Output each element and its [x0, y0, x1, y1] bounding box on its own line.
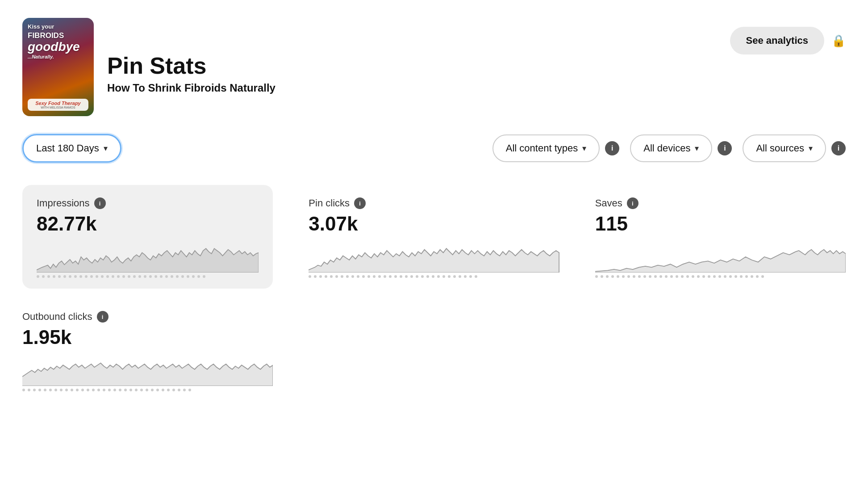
- page-subtitle: How To Shrink Fibroids Naturally: [107, 82, 275, 94]
- pin-clicks-sparkline: [309, 241, 559, 273]
- outbound-clicks-value: 1.95k: [22, 326, 273, 348]
- pin-clicks-card: Pin clicks i 3.07k: [309, 185, 559, 289]
- chevron-down-icon: ▾: [104, 143, 108, 153]
- content-types-label: All content types: [506, 143, 578, 154]
- content-types-filter[interactable]: All content types ▾: [492, 134, 600, 162]
- outbound-clicks-card: Outbound clicks i 1.95k: [22, 311, 273, 391]
- sources-info-icon[interactable]: i: [831, 141, 846, 155]
- devices-label: All devices: [643, 143, 690, 154]
- header-left: Kiss yourFIBROIDSgoodbye...Naturally. Se…: [22, 18, 275, 116]
- pin-clicks-value: 3.07k: [309, 213, 559, 235]
- devices-filter[interactable]: All devices ▾: [630, 134, 712, 162]
- pin-thumbnail: Kiss yourFIBROIDSgoodbye...Naturally. Se…: [22, 18, 94, 116]
- date-range-filter[interactable]: Last 180 Days ▾: [22, 134, 121, 163]
- stats-grid: Impressions i 82.77k Pin clicks i: [22, 185, 846, 289]
- header-right: See analytics 🔒: [730, 18, 846, 55]
- pin-image-text: Kiss yourFIBROIDSgoodbye...Naturally.: [28, 23, 88, 61]
- pin-clicks-info-icon[interactable]: i: [354, 197, 366, 209]
- saves-card: Saves i 115: [595, 185, 846, 289]
- page-header: Kiss yourFIBROIDSgoodbye...Naturally. Se…: [22, 18, 846, 116]
- sources-label: All sources: [756, 143, 804, 154]
- chevron-down-icon: ▾: [582, 143, 586, 153]
- saves-info-icon[interactable]: i: [627, 197, 638, 209]
- outbound-clicks-dotline: [22, 389, 273, 391]
- lock-icon: 🔒: [831, 34, 846, 48]
- pin-clicks-dotline: [309, 275, 559, 278]
- impressions-value: 82.77k: [37, 213, 259, 235]
- pin-clicks-label: Pin clicks i: [309, 197, 559, 209]
- header-title-area: Pin Stats How To Shrink Fibroids Natural…: [107, 40, 275, 94]
- stats-bottom-row: Outbound clicks i 1.95k: [22, 311, 846, 391]
- saves-sparkline: [595, 241, 846, 273]
- pin-brand-label: Sexy Food Therapy WITH MELISSA RAMOS: [28, 99, 88, 111]
- impressions-dotline: [37, 275, 259, 278]
- impressions-label: Impressions i: [37, 197, 259, 209]
- see-analytics-button[interactable]: See analytics: [730, 27, 824, 55]
- outbound-clicks-label: Outbound clicks i: [22, 311, 273, 323]
- chevron-down-icon: ▾: [809, 143, 813, 153]
- page-title: Pin Stats: [107, 53, 275, 79]
- devices-info-icon[interactable]: i: [718, 141, 732, 155]
- date-range-label: Last 180 Days: [36, 143, 99, 154]
- filters-bar: Last 180 Days ▾ All content types ▾ i Al…: [22, 134, 846, 163]
- saves-dotline: [595, 275, 846, 278]
- content-types-group: All content types ▾ i: [492, 134, 619, 162]
- content-types-info-icon[interactable]: i: [605, 141, 619, 155]
- impressions-info-icon[interactable]: i: [94, 197, 106, 209]
- chevron-down-icon: ▾: [695, 143, 699, 153]
- sources-group: All sources ▾ i: [743, 134, 846, 162]
- impressions-sparkline: [37, 241, 259, 273]
- outbound-clicks-info-icon[interactable]: i: [97, 311, 108, 323]
- outbound-clicks-sparkline: [22, 355, 273, 386]
- sources-filter[interactable]: All sources ▾: [743, 134, 826, 162]
- saves-value: 115: [595, 213, 846, 235]
- devices-group: All devices ▾ i: [630, 134, 732, 162]
- impressions-card: Impressions i 82.77k: [22, 185, 273, 289]
- saves-label: Saves i: [595, 197, 846, 209]
